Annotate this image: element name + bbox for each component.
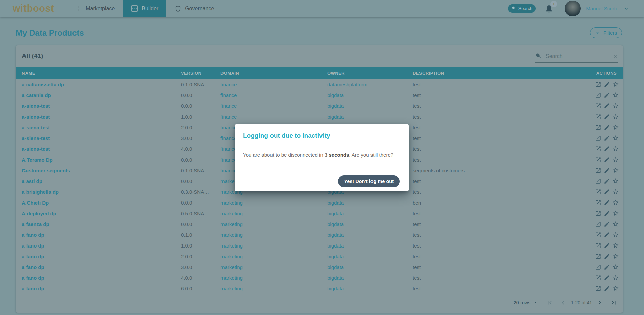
- logout-warning-dialog: Logging out due to inactivity You are ab…: [235, 124, 409, 191]
- stay-logged-in-button[interactable]: Yes! Don't log me out: [338, 175, 400, 187]
- dialog-message: You are about to be disconnected in 3 se…: [243, 152, 393, 158]
- app-root: witboost Marketplace </> Builder: [0, 0, 644, 315]
- dialog-title: Logging out due to inactivity: [243, 132, 330, 139]
- countdown-seconds: 3 seconds: [325, 152, 349, 158]
